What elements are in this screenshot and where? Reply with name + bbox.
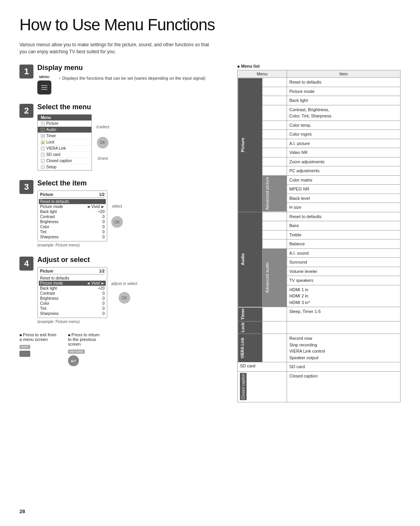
note-return-text: ■ Press to returnto the previousscreen bbox=[68, 332, 100, 346]
next-label: ②next bbox=[97, 156, 108, 161]
audio-empty3 bbox=[262, 230, 287, 239]
menu-item-viera: □ VIERA Link bbox=[38, 145, 91, 152]
empty-sub2 bbox=[262, 96, 287, 105]
audio-bass: Bass bbox=[287, 221, 401, 231]
viera-category: VIERA Link bbox=[238, 334, 262, 362]
audio-reset: Reset to defaults bbox=[287, 212, 401, 221]
return-button-label[interactable]: RETURN bbox=[68, 350, 85, 354]
step-2-area: Menu □ Picture ♪ Audio ⊙ Time bbox=[37, 114, 226, 171]
menu-brightness-label: Brightness bbox=[40, 220, 58, 224]
step-3-example: (example: Picture menu) bbox=[37, 243, 226, 247]
menu-contrast: Contrast 0 bbox=[40, 214, 105, 219]
step-1-annotation: ● Displays the functions that can be set… bbox=[59, 75, 226, 83]
closedcaption-item: Closed caption bbox=[287, 371, 401, 402]
menu-item-viera-label: VIERA Link bbox=[46, 146, 66, 150]
menu-reset-label: Reset to defaults bbox=[40, 199, 69, 204]
table-row: Picture Reset to defaults bbox=[238, 78, 401, 87]
step-2-arrows: ①select OK ②next bbox=[96, 125, 109, 161]
menu-item-setup: □ Setup bbox=[38, 164, 91, 170]
step-3-content: Select the item Picture 1/2 Reset to def… bbox=[37, 179, 226, 247]
menu-brightness: Brightness 0 bbox=[40, 219, 105, 224]
exit-button-label[interactable]: EXIT bbox=[19, 345, 30, 349]
surround: Surround bbox=[287, 258, 401, 267]
menu-item-lock-label: Lock bbox=[46, 140, 54, 144]
table-row: Advanced picture Color matrix bbox=[238, 175, 401, 185]
menu-item-lock: 🔒 Lock bbox=[38, 139, 91, 145]
ok-button-step2[interactable]: OK bbox=[97, 137, 108, 149]
menu-backlight-label: Back light bbox=[40, 210, 57, 214]
audio-balance: Balance bbox=[287, 239, 401, 249]
menu-sharpness: Sharpness 0 bbox=[40, 234, 105, 239]
contrast-brightness: Contrast, Brightness,Color, Tint, Sharpn… bbox=[287, 105, 401, 121]
step-4-example: (example: Picture menu) bbox=[37, 320, 226, 324]
menu-item-timer: ⊙ Timer bbox=[38, 133, 91, 139]
picture-icon: □ bbox=[41, 122, 45, 126]
ok-button-step3[interactable]: OK bbox=[111, 216, 123, 228]
menu-screenshot-title: Picture 1/2 bbox=[40, 192, 105, 198]
table-row: VIERA Link Record nowStop recordingVIERA… bbox=[238, 334, 401, 362]
advanced-picture-subcategory: Advanced picture bbox=[262, 175, 287, 212]
step4-menu-brightness-value: 0 bbox=[102, 296, 105, 301]
lock-items bbox=[287, 321, 401, 334]
ai-sound: A.I. sound bbox=[287, 248, 401, 258]
step4-menu-backlight-label: Back light bbox=[40, 286, 57, 290]
step-3-select-label: select bbox=[112, 204, 122, 208]
volume-leveler: Volume leveler bbox=[287, 267, 401, 276]
step4-menu-contrast-value: 0 bbox=[102, 291, 105, 295]
sd-icon: □ bbox=[41, 153, 45, 157]
step4-menu-backlight-value: +20 bbox=[98, 286, 105, 290]
menu-list-header: Menu list bbox=[237, 64, 401, 68]
step-2-number: 2 bbox=[19, 104, 33, 118]
step-4-title: Adjust or select bbox=[37, 256, 226, 264]
step4-menu-tint-value: 0 bbox=[102, 306, 105, 311]
table-row: Lock bbox=[238, 321, 401, 334]
step4-menu-tint: Tint 0 bbox=[40, 306, 105, 311]
link-empty bbox=[262, 334, 287, 362]
step4-menu-picturemode-value: ◄ Vivid ► bbox=[86, 281, 105, 285]
step4-menu-sharpness-value: 0 bbox=[102, 311, 105, 316]
remote-menu-area: MENU bbox=[37, 75, 51, 94]
viera-icon: □ bbox=[41, 147, 45, 150]
svg-rect-1 bbox=[41, 87, 47, 88]
step4-menu-tint-label: Tint bbox=[40, 306, 46, 311]
menu-brightness-value: 0 bbox=[102, 220, 105, 224]
step-3-menu: Picture 1/2 Reset to defaults Picture mo… bbox=[37, 190, 107, 241]
menu-backlight: Back light +20 bbox=[40, 209, 105, 214]
page-number: 28 bbox=[19, 509, 25, 514]
menu-item-picture: □ Picture bbox=[38, 121, 91, 127]
intro-text: Various menus allow you to make settings… bbox=[19, 41, 214, 55]
menu-item-cc-label: Closed caption bbox=[46, 159, 72, 163]
picture-reset: Reset to defaults bbox=[287, 78, 401, 87]
note-exit: ■ Press to exit froma menu screen EXIT bbox=[19, 332, 56, 366]
col-menu-header: Menu bbox=[238, 70, 287, 78]
step4-menu-sharpness-label: Sharpness bbox=[40, 311, 59, 316]
page-title: How to Use Menu Functions bbox=[19, 16, 401, 34]
ok-button-step4[interactable]: OK bbox=[119, 292, 130, 304]
step-3-title: Select the item bbox=[37, 179, 226, 187]
timer-sleep: Sleep, Timer 1-5 bbox=[287, 307, 401, 322]
menu-tint-value: 0 bbox=[102, 230, 105, 234]
menu-sharpness-label: Sharpness bbox=[40, 235, 59, 239]
left-column: 1 Display menu MENU bbox=[19, 64, 226, 402]
empty-sub5 bbox=[262, 130, 287, 139]
audio-category: Audio bbox=[238, 212, 262, 307]
timer-empty bbox=[262, 307, 287, 322]
menu-item-picture-label: Picture bbox=[46, 121, 58, 126]
step4-menu-reset-label: Reset to defaults bbox=[40, 276, 69, 280]
h-size: H size bbox=[287, 203, 401, 212]
menu-list-table: Menu Item Picture Reset to defaults Pict… bbox=[237, 70, 401, 402]
note-exit-btn-area: EXIT bbox=[19, 344, 56, 357]
menu-item-audio[interactable]: ♪ Audio bbox=[38, 127, 91, 133]
step-3: 3 Select the item Picture 1/2 Reset to d… bbox=[19, 179, 226, 247]
step-2: 2 Select the menu Menu □ Picture ♪ bbox=[19, 103, 226, 171]
sdcard-label: SD card bbox=[238, 362, 287, 372]
step-4-menu: Picture 1/2 Reset to defaults Picture mo… bbox=[37, 267, 107, 318]
menu-picturemode-label: Picture mode bbox=[40, 204, 63, 209]
table-row: Advanced audio A.I. sound bbox=[238, 248, 401, 258]
menu-contrast-label: Contrast bbox=[40, 215, 55, 219]
col-item-header: Item bbox=[287, 70, 401, 78]
mpeg-nr: MPEG NR bbox=[287, 185, 401, 194]
empty-sub3 bbox=[262, 105, 287, 121]
step-4-number: 4 bbox=[19, 257, 33, 271]
empty-sub8 bbox=[262, 157, 287, 166]
